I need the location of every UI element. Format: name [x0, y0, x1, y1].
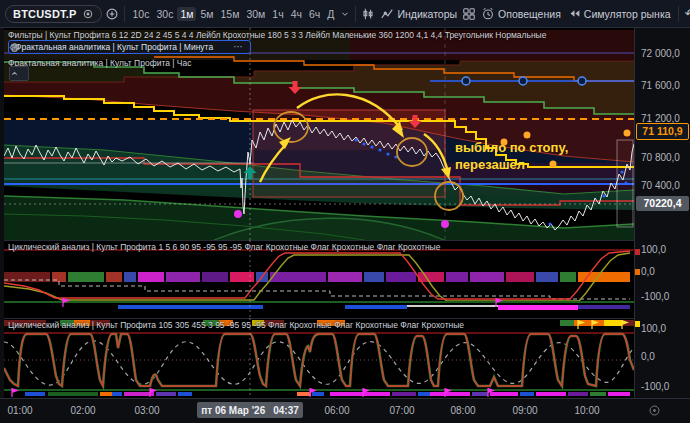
- heat-segment: [490, 392, 518, 396]
- chart-style-icon[interactable]: [361, 7, 375, 21]
- layout-grid-icon[interactable]: [462, 7, 476, 21]
- heat-segment: [345, 305, 407, 309]
- price-tick-label: 72 000,0: [641, 48, 680, 60]
- blue-signal-dot: [354, 138, 357, 141]
- rewind-icon: [568, 7, 581, 20]
- blue-signal-dot: [548, 222, 551, 225]
- timeframe-5м[interactable]: 5м: [197, 7, 216, 21]
- symbol-name[interactable]: BTCUSDT.P: [13, 8, 77, 20]
- timeframe-dropdown-icon[interactable]: [340, 9, 350, 19]
- alerts-button[interactable]: Оповещения: [479, 7, 563, 21]
- heat-segment: [297, 392, 311, 396]
- crosshair-time-label: пт 06 Мар '26 04:37: [197, 402, 303, 418]
- time-tick-label: 02:00: [70, 405, 95, 416]
- heat-segment: [112, 392, 122, 396]
- divider: [355, 6, 356, 22]
- heat-segment: [118, 305, 263, 309]
- heat-segment: [330, 392, 390, 396]
- timeframe-30с[interactable]: 30с: [153, 7, 176, 21]
- price-axis[interactable]: 71 110,9 70220,4 72 000,071 600,071 200,…: [634, 28, 690, 398]
- orange-price-label: 71 110,9: [636, 123, 689, 140]
- timeframe-4ч[interactable]: 4ч: [288, 7, 305, 21]
- legend-fractal-minute-label: Фрактальная аналитика | Культ Профита | …: [15, 42, 213, 52]
- heat-segment: [472, 392, 488, 396]
- price-tick-label: 71 600,0: [641, 80, 680, 92]
- ray-anchor-point[interactable]: [519, 77, 527, 85]
- time-axis[interactable]: пт 06 Мар '26 04:37 01:0002:0003:0006:00…: [0, 398, 690, 423]
- legend-filters[interactable]: Фильтры | Культ Профита 6 12 2D 24 2 45 …: [8, 30, 546, 40]
- heat-segment: [446, 272, 468, 282]
- ray-anchor-point[interactable]: [462, 77, 470, 85]
- heat-segment: [364, 272, 384, 282]
- heat-segment: [100, 392, 112, 396]
- collapse-pane-button[interactable]: [9, 66, 29, 81]
- crosshair-date: пт 06 Мар '26: [201, 405, 265, 416]
- symbol-button[interactable]: BTCUSDT.P: [5, 5, 102, 23]
- blue-signal-dot: [362, 142, 365, 145]
- ray-anchor-point[interactable]: [578, 77, 586, 85]
- divider: [678, 6, 679, 22]
- heat-segment: [386, 272, 416, 282]
- time-tick-label: 09:00: [512, 405, 537, 416]
- symbol-target-icon[interactable]: [82, 8, 94, 20]
- heat-segment: [604, 320, 622, 326]
- timeframe-10с[interactable]: 10с: [130, 7, 153, 21]
- time-tick-label: 07:00: [389, 405, 414, 416]
- heat-segment: [430, 392, 470, 396]
- panel-tick-label: 0,0: [641, 351, 655, 363]
- heat-segment: [68, 272, 104, 282]
- legend-fractal-minute[interactable]: Фрактальная аналитика | Культ Профита | …: [8, 40, 251, 54]
- time-tick-label: 08:00: [450, 405, 475, 416]
- heat-segment: [166, 272, 200, 282]
- chart-area[interactable]: выбило по стопу, перезашел: [4, 28, 634, 398]
- price-tick-label: 71 200,0: [641, 113, 680, 125]
- timeframe-1ч[interactable]: 1ч: [269, 7, 286, 21]
- heat-segment: [202, 272, 228, 282]
- timeframe-6ч[interactable]: 6ч: [306, 7, 323, 21]
- heat-segment: [498, 305, 578, 310]
- timeframe-30м[interactable]: 30м: [243, 7, 268, 21]
- market-simulator-button[interactable]: Симулятор рынка: [566, 7, 673, 20]
- heat-segment: [48, 392, 98, 396]
- blue-signal-dot: [378, 148, 381, 151]
- p2-heatmap-row: [4, 272, 630, 282]
- simulator-label: Симулятор рынка: [584, 8, 671, 20]
- annotation-text-line2[interactable]: перезашел: [455, 157, 525, 172]
- heat-segment: [418, 272, 444, 282]
- legend-fractal-hour[interactable]: Фрактальная аналитика | Культ Профита | …: [8, 58, 192, 68]
- time-tick-label: 03:00: [134, 405, 159, 416]
- crosshair-price-label: 70220,4: [636, 196, 689, 211]
- blue-signal-dot: [624, 181, 627, 184]
- divider: [124, 6, 125, 22]
- heat-segment: [270, 272, 326, 282]
- indicators-icon: [380, 7, 394, 21]
- heat-segment: [506, 272, 534, 282]
- heat-segment: [560, 272, 576, 282]
- price-tick-label: 70 400,0: [641, 180, 680, 192]
- magenta-signal-dot: [441, 220, 449, 228]
- heat-segment: [156, 392, 176, 396]
- panel-tick-label: 100,0: [641, 323, 666, 335]
- orange-signal-dot: [624, 130, 631, 137]
- heat-segment: [418, 392, 430, 396]
- timeframe-15м[interactable]: 15м: [218, 7, 243, 21]
- indicators-label: Индикаторы: [397, 8, 457, 20]
- blue-signal-dot: [386, 152, 389, 155]
- time-axis-settings-icon[interactable]: [648, 404, 661, 417]
- heat-segment: [25, 392, 45, 396]
- heat-segment: [608, 392, 630, 396]
- timeframe-Д[interactable]: Д: [324, 7, 337, 21]
- annotation-text-line1[interactable]: выбило по стопу,: [455, 140, 568, 155]
- cycle-panel-2[interactable]: [4, 318, 634, 398]
- timeframe-1м[interactable]: 1м: [177, 7, 196, 21]
- heat-segment: [392, 392, 416, 396]
- compare-add-icon[interactable]: [105, 7, 119, 21]
- legend-cycle-2[interactable]: Циклический анализ | Культ Профита 105 3…: [8, 320, 464, 330]
- magenta-signal-dot: [234, 210, 242, 218]
- undo-icon[interactable]: ↶: [684, 7, 690, 20]
- heat-segment: [106, 272, 122, 282]
- indicators-button[interactable]: Индикаторы: [378, 7, 459, 21]
- crosshair-time: 04:37: [273, 405, 299, 416]
- legend-cycle-1[interactable]: Циклический анализ | Культ Профита 1 5 6…: [8, 242, 440, 252]
- heat-segment: [312, 392, 324, 396]
